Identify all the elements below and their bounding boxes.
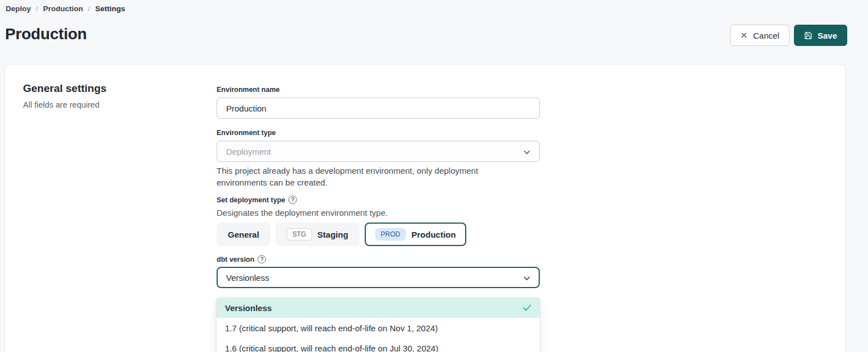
dbt-version-dropdown: Versionless 1.7 (critical support, will … xyxy=(217,298,540,352)
environment-name-input[interactable]: Production xyxy=(217,98,540,119)
deployment-option-staging-label: Staging xyxy=(318,230,348,239)
help-icon[interactable]: ? xyxy=(258,255,266,263)
dbt-version-select[interactable]: Versionless xyxy=(217,267,540,288)
environment-type-select[interactable]: Deployment xyxy=(217,141,540,162)
breadcrumb-separator: / xyxy=(88,4,90,13)
save-button-label: Save xyxy=(818,31,837,40)
section-title: General settings xyxy=(23,82,107,95)
environment-type-helper-text: This project already has a development e… xyxy=(217,165,526,188)
dbt-version-label: dbt version ? xyxy=(217,255,266,263)
environment-name-label: Environment name xyxy=(217,86,280,94)
deployment-option-general-label: General xyxy=(228,230,259,239)
chevron-down-icon xyxy=(523,273,530,282)
section-subtitle: All fields are required xyxy=(23,100,99,109)
dropdown-option-1-7[interactable]: 1.7 (critical support, will reach end-of… xyxy=(217,318,540,338)
prod-badge: PROD xyxy=(375,228,406,240)
deployment-type-description: Designates the deployment environment ty… xyxy=(217,208,388,217)
deployment-option-staging[interactable]: STG Staging xyxy=(275,223,360,246)
environment-type-label: Environment type xyxy=(217,129,276,137)
general-settings-card: General settings All fields are required… xyxy=(4,64,846,352)
dropdown-option-1-6[interactable]: 1.6 (critical support, will reach end-of… xyxy=(217,338,540,352)
breadcrumb-deploy[interactable]: Deploy xyxy=(6,4,31,13)
chevron-down-icon xyxy=(523,147,530,156)
close-icon xyxy=(740,31,748,39)
environment-name-value: Production xyxy=(226,104,267,113)
breadcrumb: Deploy / Production / Settings xyxy=(6,4,125,13)
stg-badge: STG xyxy=(287,228,312,240)
environment-type-value: Deployment xyxy=(226,147,271,156)
save-icon xyxy=(804,31,812,40)
deployment-option-production[interactable]: PROD Production xyxy=(365,223,467,246)
header-actions: Cancel Save xyxy=(730,25,847,46)
check-icon xyxy=(523,303,531,313)
save-button[interactable]: Save xyxy=(794,25,847,46)
breadcrumb-production[interactable]: Production xyxy=(43,4,83,13)
help-icon[interactable]: ? xyxy=(288,196,297,204)
dropdown-option-versionless[interactable]: Versionless xyxy=(217,298,540,318)
page-title: Production xyxy=(5,25,87,43)
cancel-button[interactable]: Cancel xyxy=(730,25,789,46)
cancel-button-label: Cancel xyxy=(753,31,779,40)
deployment-option-general[interactable]: General xyxy=(217,223,270,246)
breadcrumb-settings: Settings xyxy=(95,4,125,13)
dbt-version-value: Versionless xyxy=(226,273,269,282)
deployment-type-label: Set deployment type ? xyxy=(217,196,297,204)
deployment-type-options: General STG Staging PROD Production xyxy=(217,223,466,246)
deployment-option-production-label: Production xyxy=(411,230,456,239)
breadcrumb-separator: / xyxy=(36,4,38,13)
environment-settings-page: Deploy / Production / Settings Productio… xyxy=(0,0,868,352)
